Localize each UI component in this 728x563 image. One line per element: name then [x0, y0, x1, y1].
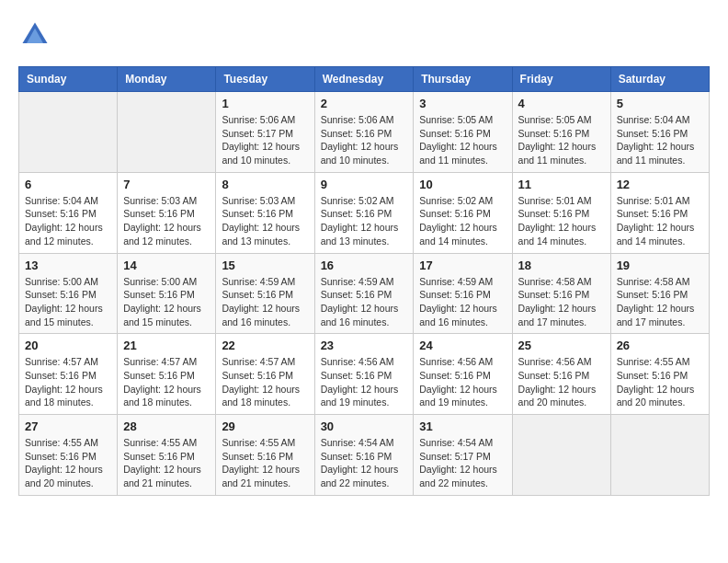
calendar-header-row: SundayMondayTuesdayWednesdayThursdayFrid…	[19, 67, 710, 92]
day-number: 12	[617, 178, 703, 191]
day-number: 29	[222, 419, 308, 433]
calendar-cell: 3Sunrise: 5:05 AM Sunset: 5:16 PM Daylig…	[414, 92, 512, 173]
page-header	[18, 18, 710, 52]
day-number: 7	[123, 178, 210, 191]
day-info: Sunrise: 5:04 AM Sunset: 5:16 PM Dayligh…	[617, 113, 703, 167]
calendar-cell: 21Sunrise: 4:57 AM Sunset: 5:16 PM Dayli…	[118, 334, 216, 415]
day-info: Sunrise: 4:56 AM Sunset: 5:16 PM Dayligh…	[419, 355, 506, 409]
day-number: 6	[25, 178, 111, 191]
calendar-week-1: 1Sunrise: 5:06 AM Sunset: 5:17 PM Daylig…	[19, 92, 710, 173]
day-info: Sunrise: 4:59 AM Sunset: 5:16 PM Dayligh…	[419, 275, 506, 329]
day-number: 9	[321, 178, 408, 191]
day-info: Sunrise: 4:58 AM Sunset: 5:16 PM Dayligh…	[617, 275, 703, 329]
day-info: Sunrise: 5:01 AM Sunset: 5:16 PM Dayligh…	[518, 194, 605, 248]
day-number: 17	[419, 259, 506, 272]
calendar-cell: 18Sunrise: 4:58 AM Sunset: 5:16 PM Dayli…	[512, 253, 610, 334]
calendar-week-3: 13Sunrise: 5:00 AM Sunset: 5:16 PM Dayli…	[19, 253, 710, 334]
calendar-cell: 31Sunrise: 4:54 AM Sunset: 5:17 PM Dayli…	[414, 415, 512, 496]
weekday-header-friday: Friday	[512, 67, 610, 92]
day-info: Sunrise: 4:55 AM Sunset: 5:16 PM Dayligh…	[123, 436, 210, 490]
calendar-cell	[118, 92, 216, 173]
day-info: Sunrise: 5:00 AM Sunset: 5:16 PM Dayligh…	[25, 275, 111, 329]
weekday-header-thursday: Thursday	[414, 67, 512, 92]
day-info: Sunrise: 5:03 AM Sunset: 5:16 PM Dayligh…	[123, 194, 210, 248]
day-info: Sunrise: 4:57 AM Sunset: 5:16 PM Dayligh…	[25, 355, 111, 409]
day-info: Sunrise: 5:02 AM Sunset: 5:16 PM Dayligh…	[419, 194, 506, 248]
weekday-header-tuesday: Tuesday	[216, 67, 314, 92]
calendar-cell	[19, 92, 118, 173]
day-info: Sunrise: 5:03 AM Sunset: 5:16 PM Dayligh…	[222, 194, 308, 248]
calendar-cell: 12Sunrise: 5:01 AM Sunset: 5:16 PM Dayli…	[610, 172, 709, 253]
day-number: 11	[518, 178, 605, 191]
weekday-header-sunday: Sunday	[19, 67, 118, 92]
day-info: Sunrise: 4:54 AM Sunset: 5:17 PM Dayligh…	[419, 436, 506, 490]
logo-icon	[18, 18, 51, 52]
day-info: Sunrise: 5:06 AM Sunset: 5:16 PM Dayligh…	[321, 113, 408, 167]
weekday-header-wednesday: Wednesday	[314, 67, 414, 92]
calendar-cell: 25Sunrise: 4:56 AM Sunset: 5:16 PM Dayli…	[512, 334, 610, 415]
day-info: Sunrise: 4:59 AM Sunset: 5:16 PM Dayligh…	[222, 275, 308, 329]
calendar-cell: 10Sunrise: 5:02 AM Sunset: 5:16 PM Dayli…	[414, 172, 512, 253]
calendar-week-4: 20Sunrise: 4:57 AM Sunset: 5:16 PM Dayli…	[19, 334, 710, 415]
calendar-week-2: 6Sunrise: 5:04 AM Sunset: 5:16 PM Daylig…	[19, 172, 710, 253]
calendar-cell: 19Sunrise: 4:58 AM Sunset: 5:16 PM Dayli…	[610, 253, 709, 334]
calendar-cell: 23Sunrise: 4:56 AM Sunset: 5:16 PM Dayli…	[314, 334, 414, 415]
day-number: 3	[419, 97, 506, 110]
day-number: 20	[25, 339, 111, 352]
calendar-cell: 16Sunrise: 4:59 AM Sunset: 5:16 PM Dayli…	[314, 253, 414, 334]
day-number: 5	[617, 97, 703, 110]
day-number: 28	[123, 419, 210, 433]
calendar-cell: 27Sunrise: 4:55 AM Sunset: 5:16 PM Dayli…	[19, 415, 118, 496]
calendar-cell: 30Sunrise: 4:54 AM Sunset: 5:16 PM Dayli…	[314, 415, 414, 496]
day-info: Sunrise: 5:05 AM Sunset: 5:16 PM Dayligh…	[518, 113, 605, 167]
day-number: 23	[321, 339, 408, 352]
day-info: Sunrise: 4:57 AM Sunset: 5:16 PM Dayligh…	[123, 355, 210, 409]
day-number: 1	[222, 97, 308, 110]
calendar-cell	[610, 415, 709, 496]
calendar-cell: 20Sunrise: 4:57 AM Sunset: 5:16 PM Dayli…	[19, 334, 118, 415]
day-number: 19	[617, 259, 703, 272]
day-number: 2	[321, 97, 408, 110]
calendar-cell: 22Sunrise: 4:57 AM Sunset: 5:16 PM Dayli…	[216, 334, 314, 415]
calendar-cell: 13Sunrise: 5:00 AM Sunset: 5:16 PM Dayli…	[19, 253, 118, 334]
day-info: Sunrise: 4:55 AM Sunset: 5:16 PM Dayligh…	[25, 436, 111, 490]
weekday-header-saturday: Saturday	[610, 67, 709, 92]
day-number: 21	[123, 339, 210, 352]
day-number: 30	[321, 419, 408, 433]
day-info: Sunrise: 4:59 AM Sunset: 5:16 PM Dayligh…	[321, 275, 408, 329]
calendar-cell: 29Sunrise: 4:55 AM Sunset: 5:16 PM Dayli…	[216, 415, 314, 496]
day-number: 25	[518, 339, 605, 352]
day-number: 16	[321, 259, 408, 272]
calendar-cell: 26Sunrise: 4:55 AM Sunset: 5:16 PM Dayli…	[610, 334, 709, 415]
calendar-cell: 15Sunrise: 4:59 AM Sunset: 5:16 PM Dayli…	[216, 253, 314, 334]
calendar-cell: 14Sunrise: 5:00 AM Sunset: 5:16 PM Dayli…	[118, 253, 216, 334]
day-number: 27	[25, 419, 111, 433]
day-info: Sunrise: 5:06 AM Sunset: 5:17 PM Dayligh…	[222, 113, 308, 167]
day-number: 10	[419, 178, 506, 191]
day-number: 18	[518, 259, 605, 272]
day-number: 4	[518, 97, 605, 110]
day-info: Sunrise: 5:04 AM Sunset: 5:16 PM Dayligh…	[25, 194, 111, 248]
day-number: 15	[222, 259, 308, 272]
calendar-cell: 7Sunrise: 5:03 AM Sunset: 5:16 PM Daylig…	[118, 172, 216, 253]
calendar-table: SundayMondayTuesdayWednesdayThursdayFrid…	[18, 66, 710, 496]
day-info: Sunrise: 4:55 AM Sunset: 5:16 PM Dayligh…	[617, 355, 703, 409]
calendar-cell: 9Sunrise: 5:02 AM Sunset: 5:16 PM Daylig…	[314, 172, 414, 253]
day-info: Sunrise: 5:05 AM Sunset: 5:16 PM Dayligh…	[419, 113, 506, 167]
day-info: Sunrise: 4:57 AM Sunset: 5:16 PM Dayligh…	[222, 355, 308, 409]
day-info: Sunrise: 4:56 AM Sunset: 5:16 PM Dayligh…	[321, 355, 408, 409]
calendar-cell	[512, 415, 610, 496]
day-number: 14	[123, 259, 210, 272]
day-info: Sunrise: 4:54 AM Sunset: 5:16 PM Dayligh…	[321, 436, 408, 490]
calendar-week-5: 27Sunrise: 4:55 AM Sunset: 5:16 PM Dayli…	[19, 415, 710, 496]
calendar-cell: 28Sunrise: 4:55 AM Sunset: 5:16 PM Dayli…	[118, 415, 216, 496]
day-info: Sunrise: 4:55 AM Sunset: 5:16 PM Dayligh…	[222, 436, 308, 490]
day-number: 8	[222, 178, 308, 191]
calendar-cell: 11Sunrise: 5:01 AM Sunset: 5:16 PM Dayli…	[512, 172, 610, 253]
day-number: 31	[419, 419, 506, 433]
calendar-cell: 5Sunrise: 5:04 AM Sunset: 5:16 PM Daylig…	[610, 92, 709, 173]
day-info: Sunrise: 4:56 AM Sunset: 5:16 PM Dayligh…	[518, 355, 605, 409]
day-number: 24	[419, 339, 506, 352]
day-info: Sunrise: 5:00 AM Sunset: 5:16 PM Dayligh…	[123, 275, 210, 329]
calendar-cell: 24Sunrise: 4:56 AM Sunset: 5:16 PM Dayli…	[414, 334, 512, 415]
